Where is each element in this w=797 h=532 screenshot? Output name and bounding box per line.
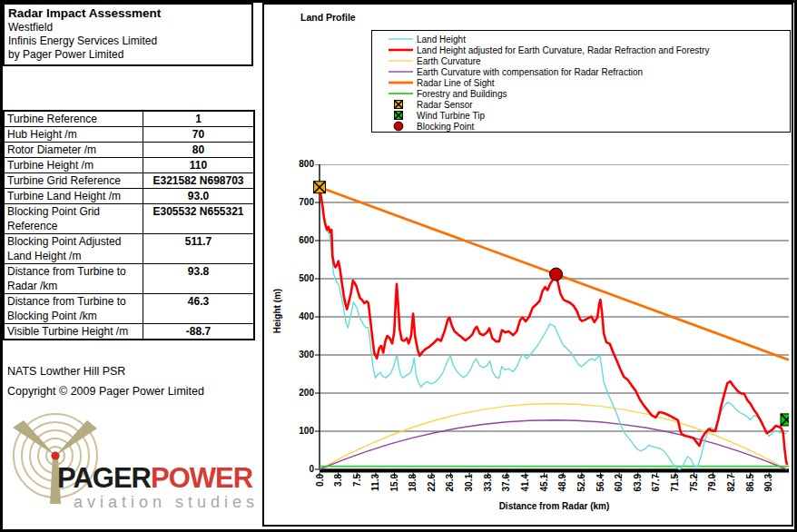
y-tick-label: 700	[264, 197, 314, 207]
legend-line-swatch	[372, 34, 414, 44]
x-axis-title: Distance from Radar (km)	[320, 501, 789, 511]
legend-item: Wind Turbine Tip	[372, 110, 790, 121]
y-tick-label: 400	[264, 311, 314, 321]
x-tick-label: 52.6	[566, 474, 576, 501]
x-tick-label: 0.0	[305, 474, 315, 501]
row-label: Hub Height /m	[4, 127, 143, 143]
table-row: Blocking Point Adjusted Land Height /m51…	[4, 234, 254, 264]
radar-sensor-icon	[372, 99, 414, 110]
y-tick-label: 200	[264, 388, 314, 398]
wind-turbine-tip-icon	[372, 110, 414, 121]
x-tick-label: 3.8	[323, 474, 333, 501]
row-label: Blocking Point Adjusted Land Height /m	[4, 234, 143, 264]
legend-line-swatch	[372, 66, 414, 77]
legend-item: Forestry and Buildings	[372, 88, 790, 99]
row-value: 70	[143, 127, 255, 143]
logo-tagline: aviation studies	[74, 493, 259, 512]
legend-label: Land Height	[417, 34, 466, 44]
x-tick-label: 56.4	[585, 474, 595, 501]
wind-turbine-tip-marker	[781, 414, 789, 426]
legend-label: Land Height adjusted for Earth Curvature…	[417, 45, 709, 55]
table-row: Turbine Grid ReferenceE321582 N698703	[4, 173, 254, 189]
logo-blade-right	[55, 420, 97, 456]
row-value: 93.0	[143, 189, 255, 204]
table-row: Turbine Land Height /m93.0	[4, 189, 254, 204]
row-label: Blocking Point Grid Reference	[4, 204, 143, 234]
legend-line-swatch	[372, 55, 414, 66]
row-label: Turbine Reference	[4, 111, 143, 127]
x-tick-label: 15.0	[379, 474, 389, 501]
chart-title: Land Profile	[300, 12, 356, 23]
legend-label: Earth Curvature with compensation for Ra…	[417, 67, 643, 77]
logo-center-dot	[51, 451, 59, 459]
row-value: 80	[143, 143, 255, 158]
x-tick-label: 63.9	[623, 474, 633, 501]
legend-line-swatch	[372, 77, 414, 88]
logo-blade-left	[13, 420, 55, 456]
radar-impact-report: Radar Impact Assessment Westfield Infini…	[0, 0, 797, 532]
row-value: -88.7	[143, 324, 255, 340]
row-label: Turbine Land Height /m	[4, 189, 143, 204]
table-row: Turbine Height /m110	[4, 158, 254, 173]
legend-label: Wind Turbine Tip	[417, 111, 485, 121]
y-tick-label: 0	[264, 464, 314, 474]
legend-label: Radar Sensor	[417, 100, 473, 110]
row-value: E305532 N655321	[143, 204, 255, 234]
y-tick-label: 300	[264, 350, 314, 360]
report-client-name: Infinis Energy Services Limited	[8, 34, 248, 48]
logo-word-power: POWER	[151, 462, 252, 494]
legend-line-swatch	[372, 88, 414, 99]
row-value: 110	[143, 158, 255, 173]
x-axis-line	[320, 469, 789, 473]
logo-wordmark: PAGERPOWER	[57, 462, 252, 495]
x-tick-label: 71.5	[661, 474, 671, 501]
x-tick-label: 48.9	[548, 474, 558, 501]
report-site-name: Westfield	[8, 21, 248, 34]
x-tick-label: 67.7	[642, 474, 652, 501]
table-row: Distance from Turbine to Radar /km93.8	[4, 264, 254, 294]
x-tick-label: 75.2	[679, 474, 689, 501]
row-value: 511.7	[143, 234, 255, 264]
legend-label: Earth Curvature	[417, 56, 481, 66]
series-earth-curvature	[320, 404, 787, 470]
x-tick-label: 11.3	[360, 474, 370, 501]
x-tick-label: 30.1	[455, 474, 465, 501]
legend-item: Land Height adjusted for Earth Curvature…	[372, 44, 790, 55]
table-row: Distance from Turbine to Blocking Point …	[4, 294, 254, 324]
legend-item: Earth Curvature with compensation for Ra…	[372, 66, 790, 77]
legend-item: Radar Line of Sight	[372, 77, 790, 88]
plot-area	[310, 164, 789, 484]
report-header-box: Radar Impact Assessment Westfield Infini…	[3, 3, 253, 66]
row-label: Turbine Height /m	[4, 158, 143, 173]
x-tick-label: 79.0	[698, 474, 708, 501]
row-label: Distance from Turbine to Radar /km	[4, 264, 143, 294]
blocking-point-icon	[372, 121, 414, 132]
x-tick-label: 37.6	[492, 474, 502, 501]
legend-item: Land Height	[372, 34, 790, 44]
x-tick-label: 26.3	[436, 474, 446, 501]
legend-label: Radar Line of Sight	[417, 78, 495, 88]
x-tick-label: 33.8	[473, 474, 483, 501]
x-tick-label: 18.8	[398, 474, 408, 501]
radar-name-line: NATS Lowther Hill PSR	[7, 365, 125, 378]
row-label: Turbine Grid Reference	[4, 173, 143, 189]
logo-word-pager: PAGER	[57, 462, 151, 494]
y-tick-label: 800	[264, 159, 314, 169]
x-tick-label: 22.6	[417, 474, 427, 501]
report-title: Radar Impact Assessment	[8, 5, 248, 21]
legend-label: Forestry and Buildings	[417, 89, 507, 99]
table-row: Rotor Diameter /m80	[4, 143, 254, 158]
legend-line-swatch	[372, 44, 414, 55]
table-row: Turbine Reference1	[4, 111, 254, 127]
y-tick-label: 600	[264, 235, 314, 245]
row-value: 1	[143, 111, 255, 127]
row-label: Rotor Diameter /m	[4, 143, 143, 158]
blocking-point-marker	[550, 268, 563, 281]
copyright-line: Copyright © 2009 Pager Power Limited	[7, 385, 204, 398]
land-profile-chart: Land Profile Land HeightLand Height adju…	[262, 3, 793, 527]
chart-legend: Land HeightLand Height adjusted for Eart…	[371, 30, 791, 133]
legend-item: Blocking Point	[372, 121, 790, 132]
x-tick-label: 45.1	[529, 474, 539, 501]
x-tick-label: 41.4	[510, 474, 520, 501]
x-tick-label: 7.5	[342, 474, 352, 501]
